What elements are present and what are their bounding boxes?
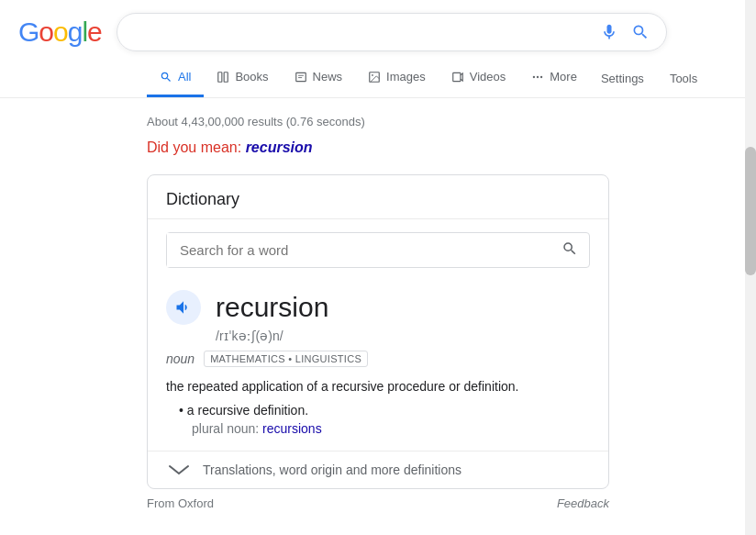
settings-button[interactable]: Settings — [590, 62, 655, 95]
audio-button[interactable] — [166, 290, 201, 325]
svg-point-8 — [533, 75, 535, 77]
more-definitions-label: Translations, word origin and more defin… — [203, 463, 461, 477]
search-input[interactable]: recursion — [132, 24, 591, 40]
tab-books-label: Books — [235, 70, 268, 84]
search-button[interactable] — [629, 21, 651, 43]
svg-point-9 — [537, 75, 539, 77]
tab-books[interactable]: Books — [204, 59, 281, 97]
nav-right: Settings Tools — [590, 62, 708, 95]
search-bar-wrapper: recursion — [117, 13, 667, 51]
card-footer: From Oxford Feedback — [147, 489, 609, 514]
dictionary-search-input[interactable] — [167, 233, 550, 267]
word-title: recursion — [216, 292, 328, 323]
svg-rect-0 — [218, 72, 222, 82]
svg-point-6 — [372, 74, 373, 76]
nav-tabs: All Books News Images — [0, 59, 756, 98]
plural-note: plural noun: recursions — [166, 421, 590, 436]
main-definition: the repeated application of a recursive … — [166, 376, 590, 396]
logo-e: e — [87, 17, 102, 48]
videos-icon — [451, 71, 464, 84]
tab-news-label: News — [313, 70, 343, 84]
more-dots-icon — [531, 71, 544, 84]
more-definitions-row[interactable]: Translations, word origin and more defin… — [148, 451, 608, 488]
header: G o o g l e recursion — [0, 0, 756, 51]
svg-rect-7 — [453, 72, 461, 81]
tab-images[interactable]: Images — [355, 59, 439, 97]
did-you-mean-prefix: Did you mean: — [147, 139, 241, 155]
google-logo[interactable]: G o o g l e — [18, 17, 102, 48]
logo-o1: o — [39, 17, 53, 48]
search-tab-icon — [160, 71, 172, 84]
pos-label: noun — [166, 351, 195, 366]
tools-button[interactable]: Tools — [659, 62, 708, 95]
search-icons — [598, 21, 651, 43]
search-bar: recursion — [117, 13, 667, 51]
svg-rect-1 — [225, 72, 228, 82]
did-you-mean-link[interactable]: recursion — [246, 139, 313, 155]
images-icon — [368, 71, 381, 84]
logo-g2: g — [68, 17, 83, 48]
plural-word-link[interactable]: recursions — [262, 421, 322, 436]
svg-point-10 — [540, 75, 542, 77]
tab-all-label: All — [178, 70, 191, 84]
plural-label: plural noun: — [192, 421, 259, 436]
word-entry: recursion /rɪˈkəːʃ(ə)n/ noun MATHEMATICS… — [148, 281, 608, 451]
sub-definition: a recursive definition. — [166, 400, 590, 420]
dictionary-card: Dictionary recursion — [147, 174, 609, 489]
tab-more-label: More — [550, 70, 577, 84]
dictionary-search-button[interactable] — [550, 233, 589, 267]
mic-button[interactable] — [598, 21, 620, 43]
scrollbar[interactable] — [745, 0, 756, 535]
word-phonetic: /rɪˈkəːʃ(ə)n/ — [166, 329, 590, 343]
tab-all[interactable]: All — [147, 59, 204, 97]
dictionary-search-row — [166, 232, 590, 268]
svg-rect-2 — [295, 72, 306, 81]
tab-more[interactable]: More — [518, 59, 590, 97]
subject-tag: MATHEMATICS • LINGUISTICS — [204, 351, 368, 367]
books-icon — [217, 71, 229, 84]
logo-g: G — [18, 17, 39, 48]
search-icon — [631, 23, 650, 41]
tab-videos-label: Videos — [470, 70, 506, 84]
results-count: About 4,43,00,000 results (0.76 seconds) — [147, 106, 609, 134]
dictionary-title: Dictionary — [148, 175, 608, 219]
logo-o2: o — [53, 17, 68, 48]
tab-news[interactable]: News — [282, 59, 356, 97]
scrollbar-thumb[interactable] — [745, 147, 756, 275]
did-you-mean: Did you mean: recursion — [147, 134, 609, 165]
dict-search-icon — [561, 240, 578, 257]
results-area: About 4,43,00,000 results (0.76 seconds)… — [0, 98, 756, 521]
source-label: From Oxford — [147, 496, 214, 510]
audio-icon — [174, 298, 193, 317]
mic-icon — [600, 23, 618, 41]
word-pos-row: noun MATHEMATICS • LINGUISTICS — [166, 351, 590, 367]
tab-videos[interactable]: Videos — [439, 59, 519, 97]
feedback-link[interactable]: Feedback — [557, 496, 609, 510]
news-icon — [295, 71, 307, 84]
word-header: recursion — [166, 290, 590, 325]
tab-images-label: Images — [386, 70, 426, 84]
chevron-down-icon — [166, 463, 192, 477]
